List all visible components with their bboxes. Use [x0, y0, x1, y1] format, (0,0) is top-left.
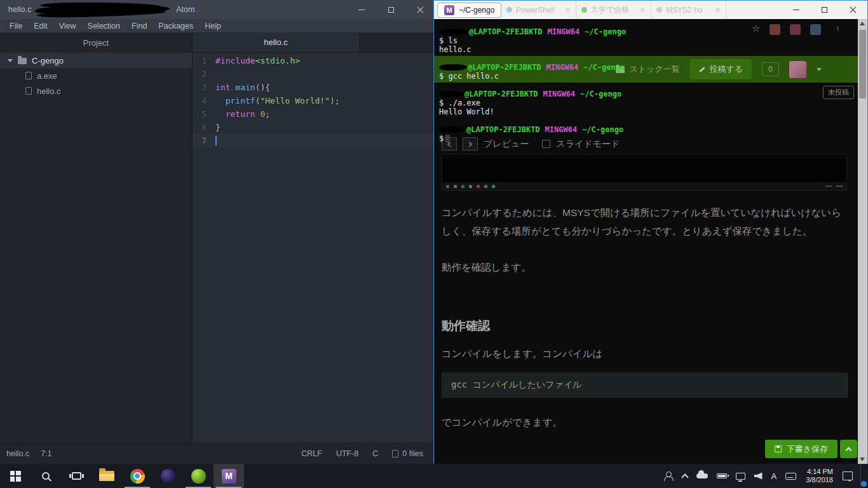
terminal-command-line: $ gcc hello.c: [439, 72, 626, 81]
extension-arrow-icon[interactable]: ↑: [836, 24, 840, 33]
eclipse-button[interactable]: [153, 464, 183, 488]
taskbar-clock[interactable]: 4:14 PM 3/8/2018: [801, 468, 838, 485]
eclipse-icon: [161, 469, 175, 484]
file-icon: [25, 72, 32, 79]
browser-tab-daigaku[interactable]: 大学で合格: [576, 1, 651, 19]
status-filename[interactable]: hello.c: [6, 449, 29, 458]
atom-button[interactable]: [183, 464, 214, 488]
network-button[interactable]: [731, 464, 750, 488]
close-button[interactable]: [839, 1, 867, 19]
status-git-files[interactable]: 0 files: [392, 449, 423, 458]
browser-tab-msys2[interactable]: MSYS2 ho: [651, 1, 726, 19]
people-button[interactable]: [659, 464, 678, 488]
redaction-scribble: [439, 91, 464, 97]
terminal-titlebar[interactable]: PowerShell 大学で合格 MSYS2 ho M ~/C-gengo: [434, 1, 867, 19]
browser-extension-icon[interactable]: [770, 24, 780, 35]
search-button[interactable]: [31, 464, 61, 488]
menu-view[interactable]: View: [53, 22, 82, 30]
atom-title-file: hello.c: [8, 5, 31, 14]
task-view-button[interactable]: [61, 464, 92, 488]
hidden-icons-button[interactable]: [678, 464, 692, 488]
action-center-button[interactable]: [838, 464, 857, 488]
desktop: hello.c Atom File Edit View Selection Fi…: [0, 0, 868, 488]
post-button[interactable]: 投稿する: [690, 59, 752, 79]
close-tab-icon[interactable]: [715, 7, 721, 13]
terminal-body[interactable]: ☆ ↑ ストック一覧 投稿する 0 未投稿: [434, 19, 867, 464]
tree-file-aexe[interactable]: a.exe: [0, 68, 192, 83]
avatar[interactable]: [789, 61, 806, 78]
scrollbar-thumb[interactable]: [859, 30, 866, 98]
file-explorer-button[interactable]: [92, 464, 122, 488]
folder-label: C-gengo: [32, 56, 64, 65]
chevron-down-icon: [8, 59, 13, 62]
bookmark-star-icon[interactable]: ☆: [752, 23, 760, 34]
line-number: 3: [193, 83, 215, 92]
chrome-button[interactable]: [122, 464, 153, 488]
terminal-output: @LAPTOP-2FEJBKTDMINGW64~/C-gengo $ ls he…: [439, 27, 626, 143]
status-encoding[interactable]: UTF-8: [336, 449, 358, 458]
menu-file[interactable]: File: [4, 22, 28, 30]
redaction-scribble: [439, 29, 468, 35]
code-line: 3int main(){: [193, 81, 435, 94]
scrollbar[interactable]: [858, 19, 867, 464]
menu-find[interactable]: Find: [126, 22, 153, 30]
browser-extension-icon[interactable]: [790, 24, 801, 35]
minimize-button[interactable]: [347, 0, 376, 19]
scroll-up-arrow[interactable]: [860, 22, 865, 25]
maximize-icon: [388, 7, 394, 13]
file-icon: [25, 87, 32, 95]
atom-titlebar[interactable]: hello.c Atom: [0, 0, 435, 19]
save-draft-button[interactable]: 下書き保存: [765, 440, 837, 458]
terminal-command-line: $ ls: [439, 36, 626, 45]
close-tab-icon[interactable]: [640, 7, 646, 13]
ime-indicator[interactable]: A: [767, 464, 782, 488]
chevron-up-icon: [681, 473, 688, 480]
terminal-window: PowerShell 大学で合格 MSYS2 ho M ~/C-gengo: [433, 0, 868, 464]
onedrive-button[interactable]: [692, 464, 712, 488]
terminal-title-chip: M ~/C-gengo: [437, 3, 501, 18]
tab-helloc[interactable]: hello.c: [193, 32, 360, 52]
menu-edit[interactable]: Edit: [28, 22, 53, 30]
minimize-button[interactable]: [782, 1, 810, 19]
line-number: 4: [193, 97, 215, 105]
notification-count[interactable]: 0: [762, 62, 779, 76]
article-paragraph: コンパイルをします。コンパイルは: [442, 344, 848, 363]
terminal-title: ~/C-gengo: [459, 6, 494, 15]
line-number: 1: [193, 57, 215, 65]
article-paragraph: 動作を確認します。: [442, 258, 848, 276]
close-tab-icon[interactable]: [565, 7, 571, 13]
status-cursor-position[interactable]: 7:1: [41, 449, 51, 458]
line-number: 7: [193, 137, 215, 146]
folder-icon: [99, 471, 114, 481]
task-view-icon: [72, 472, 81, 480]
maximize-button[interactable]: [810, 1, 839, 19]
status-line-ending[interactable]: CRLF: [301, 449, 322, 458]
maximize-button[interactable]: [376, 0, 405, 19]
volume-button[interactable]: [750, 464, 767, 488]
folder-icon: [18, 58, 27, 64]
scroll-top-button[interactable]: [840, 440, 857, 458]
touch-keyboard-button[interactable]: [781, 464, 801, 488]
terminal-prompt-line: @LAPTOP-2FEJBKTDMINGW64~/C-gengo: [439, 90, 626, 98]
atom-menubar: File Edit View Selection Find Packages H…: [0, 19, 435, 32]
menu-help[interactable]: Help: [199, 22, 227, 30]
tree-folder-cgengo[interactable]: C-gengo: [0, 53, 192, 68]
status-language[interactable]: C: [372, 449, 378, 458]
start-button[interactable]: [0, 464, 31, 488]
code-editor[interactable]: 1#include<stdio.h> 2 3int main(){ 4 prin…: [193, 53, 435, 443]
menu-selection[interactable]: Selection: [82, 22, 126, 30]
browser-tab-powershell[interactable]: PowerShell: [501, 1, 576, 19]
msys-terminal-button[interactable]: M: [214, 464, 244, 488]
tree-file-helloc[interactable]: hello.c: [0, 83, 192, 98]
scroll-down-arrow[interactable]: [860, 458, 865, 461]
close-button[interactable]: [405, 0, 435, 19]
browser-extension-icon[interactable]: [810, 24, 821, 35]
battery-button[interactable]: [712, 464, 731, 488]
chevron-down-icon[interactable]: [817, 68, 822, 71]
terminal-output-line: Hello World!: [439, 107, 626, 116]
menu-packages[interactable]: Packages: [153, 22, 199, 30]
redaction-scribble: [35, 4, 170, 15]
article-paragraph: コンパイルするためには、MSYSで開ける場所にファイルを置いていなければいけない…: [442, 203, 848, 240]
chrome-icon: [130, 469, 145, 484]
article-paragraph: でコンパイルができます。: [442, 413, 848, 431]
